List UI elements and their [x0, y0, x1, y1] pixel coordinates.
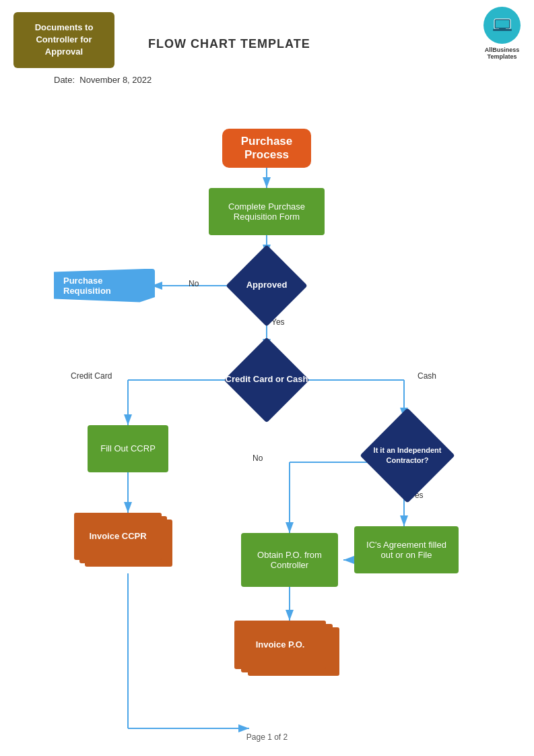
- logo-text: AllBusiness Templates: [483, 46, 521, 60]
- logo-area: AllBusiness Templates: [483, 7, 521, 60]
- docs-controller-box: Documents to Controller for Approval: [13, 12, 114, 68]
- date-line: Date: November 8, 2022: [0, 68, 534, 85]
- page-title: FLOW CHART TEMPLATE: [148, 37, 310, 51]
- purchase-requisition-shape: Purchase Requisition: [54, 269, 155, 303]
- invoice-po-stack: Invoice P.O.: [234, 621, 349, 681]
- no-label-1: No: [189, 279, 199, 288]
- invoice-ccpr-stack: Invoice CCPR: [74, 513, 182, 573]
- approved-diamond-wrap: Approved: [215, 255, 318, 316]
- svg-rect-2: [493, 29, 512, 31]
- ics-agreement-box: IC's Agreement filled out or on File: [354, 526, 459, 573]
- laptop-icon: [492, 15, 513, 36]
- independent-contractor-label: It it an Independent Contractor?: [374, 445, 442, 465]
- credit-card-label: Credit Card: [71, 371, 112, 381]
- svg-rect-3: [499, 28, 506, 29]
- no-label-2: No: [253, 453, 263, 463]
- logo-circle: [483, 7, 521, 44]
- start-process-box: Purchase Process: [222, 129, 311, 168]
- credit-card-cash-diamond-wrap: Credit Card or Cash: [199, 350, 334, 410]
- cash-label: Cash: [418, 371, 436, 381]
- obtain-po-box: Obtain P.O. from Controller: [241, 533, 338, 587]
- approved-diamond-label: Approved: [246, 280, 288, 291]
- independent-contractor-diamond-wrap: It it an Independent Contractor?: [354, 418, 461, 493]
- flowchart: No Yes Credit Card Cash No Yes Purchase …: [0, 88, 534, 749]
- svg-rect-1: [496, 20, 509, 28]
- page-label: Page 1 of 2: [246, 732, 288, 742]
- header: Documents to Controller for Approval FLO…: [0, 0, 534, 68]
- fill-ccrp-box: Fill Out CCRP: [88, 425, 168, 472]
- complete-pr-form-box: Complete Purchase Requisition Form: [209, 188, 325, 235]
- credit-card-cash-label: Credit Card or Cash: [226, 374, 308, 385]
